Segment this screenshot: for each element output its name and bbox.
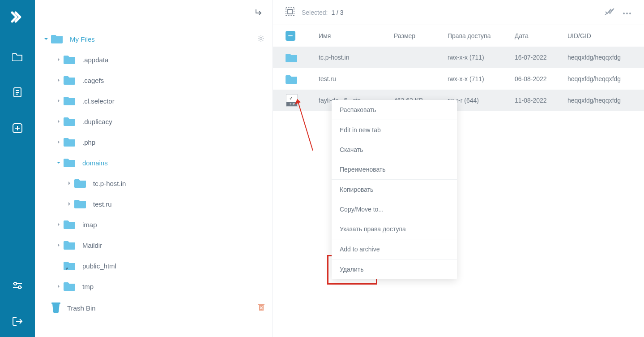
svg-point-10 — [18, 286, 21, 289]
toolbar: Selected: 1 / 3 — [273, 0, 644, 25]
select-all-icon[interactable] — [286, 7, 294, 17]
context-menu-item[interactable]: Add to archive — [332, 239, 457, 259]
context-menu-item[interactable]: Edit in new tab — [332, 120, 457, 140]
chevron-right-icon[interactable] — [55, 99, 62, 103]
selected-count: 1 / 3 — [331, 9, 343, 16]
tree-folder-label: Maildir — [82, 242, 102, 249]
chevron-right-icon[interactable] — [66, 202, 73, 206]
col-header-uid[interactable]: UID/GID — [567, 32, 644, 39]
col-header-name[interactable]: Имя — [319, 32, 394, 39]
chevron-right-icon[interactable] — [55, 140, 62, 144]
chevron-right-icon[interactable] — [66, 181, 73, 186]
folder-icon — [64, 260, 76, 272]
tree-folder[interactable]: test.ru — [40, 194, 267, 214]
context-menu-item[interactable]: Копировать — [332, 180, 457, 199]
folder-icon — [64, 281, 76, 293]
tree-folder[interactable]: .appdata — [40, 49, 267, 70]
folder-icon — [74, 177, 87, 190]
chevron-down-icon[interactable] — [43, 37, 49, 41]
cell-uid: heqqxfdg/heqqxfdg — [567, 54, 644, 61]
app-logo-icon — [10, 10, 25, 26]
context-menu: РаспаковатьEdit in new tabСкачатьПереиме… — [332, 100, 457, 279]
folder-icon — [64, 136, 76, 148]
tree-trash[interactable]: Trash Bin — [40, 298, 267, 318]
table-row[interactable]: test.ru rwx-x-x (711) 06-08-2022 heqqxfd… — [273, 68, 644, 90]
folder-icon — [51, 33, 64, 45]
tree-folder-label: public_html — [82, 262, 116, 270]
chevron-right-icon[interactable] — [55, 284, 62, 289]
nav-document-icon[interactable] — [10, 85, 25, 100]
tree-folder-label: tmp — [82, 283, 94, 290]
cell-date: 11-08-2022 — [515, 97, 567, 104]
tree-folder[interactable]: .cl.selector — [40, 91, 267, 111]
cell-name: tc.p-host.in — [319, 54, 394, 61]
tree-folder[interactable]: .cagefs — [40, 70, 267, 91]
enter-icon[interactable] — [255, 9, 263, 17]
tree-folder[interactable]: tmp — [40, 276, 267, 297]
tree-folder-label: .cagefs — [82, 77, 104, 84]
select-all-checkbox[interactable] — [286, 31, 295, 41]
col-header-size[interactable]: Размер — [394, 32, 448, 39]
col-header-date[interactable]: Дата — [515, 32, 567, 39]
gear-icon[interactable] — [257, 35, 264, 43]
content-panel: Selected: 1 / 3 Имя Размер Права доступа… — [273, 0, 644, 337]
table-row[interactable]: ✓.ZIP fayli-da...5...zip 462.62 KB rw-r-… — [273, 90, 644, 111]
cell-name: test.ru — [319, 75, 394, 82]
tree-folder-label: .appdata — [82, 56, 108, 64]
context-menu-item[interactable]: Указать права доступа — [332, 219, 457, 239]
folder-icon — [64, 219, 76, 231]
context-menu-item[interactable]: Copy/Move to... — [332, 199, 457, 219]
context-menu-item[interactable]: Удалить — [332, 259, 457, 279]
delete-icon[interactable] — [258, 304, 264, 312]
svg-line-41 — [605, 9, 614, 15]
tree-folder[interactable]: tc.p-host.in — [40, 173, 267, 194]
folder-icon — [64, 95, 76, 107]
tree-folder-label: .duplicacy — [82, 118, 112, 125]
folder-icon — [64, 239, 76, 251]
folder-icon — [64, 54, 76, 66]
cell-uid: heqqxfdg/heqqxfdg — [567, 97, 644, 104]
tree-folder[interactable]: public_html — [40, 255, 267, 276]
zip-file-icon: ✓.ZIP — [286, 94, 298, 107]
folder-icon — [286, 51, 298, 64]
nav-files-icon[interactable] — [10, 49, 25, 64]
context-menu-item[interactable]: Скачать — [332, 140, 457, 160]
nav-rail — [0, 0, 35, 337]
tree-folder[interactable]: .php — [40, 132, 267, 152]
tree-folder-label: .cl.selector — [82, 97, 115, 105]
nav-settings-icon[interactable] — [10, 278, 25, 293]
tree-root[interactable]: My Files — [40, 29, 267, 49]
folder-icon — [286, 73, 298, 85]
cell-date: 16-07-2022 — [515, 54, 567, 61]
context-menu-item[interactable]: Переименовать — [332, 160, 457, 179]
tree-folder-label: tc.p-host.in — [93, 180, 126, 187]
nav-logout-icon[interactable] — [10, 314, 25, 329]
table-row[interactable]: tc.p-host.in rwx-x-x (711) 16-07-2022 he… — [273, 47, 644, 68]
chevron-right-icon[interactable] — [55, 78, 62, 82]
chevron-right-icon[interactable] — [55, 243, 62, 247]
tree-folder[interactable]: .duplicacy — [40, 111, 267, 132]
tree-folder[interactable]: domains — [40, 152, 267, 173]
more-icon[interactable] — [623, 9, 631, 16]
tree-header — [35, 0, 273, 25]
table-header: Имя Размер Права доступа Дата UID/GID — [273, 25, 644, 47]
tree-folder-label: .php — [82, 138, 95, 146]
context-menu-item[interactable]: Распаковать — [332, 100, 457, 120]
chevron-right-icon[interactable] — [55, 119, 62, 124]
folder-icon — [64, 116, 76, 128]
chevron-down-icon[interactable] — [55, 160, 62, 165]
chevron-right-icon[interactable] — [55, 57, 62, 62]
tree-folder-label: test.ru — [93, 200, 112, 208]
cell-perm: rw-r-r (644) — [448, 97, 515, 104]
cell-perm: rwx-x-x (711) — [448, 75, 515, 82]
cell-perm: rwx-x-x (711) — [448, 54, 515, 61]
file-table: Имя Размер Права доступа Дата UID/GID tc… — [273, 25, 644, 337]
tree-folder[interactable]: Maildir — [40, 235, 267, 255]
tree-folder[interactable]: imap — [40, 214, 267, 235]
col-header-perm[interactable]: Права доступа — [448, 32, 515, 39]
deselect-icon[interactable] — [605, 8, 614, 17]
tree-folder-label: domains — [82, 159, 108, 167]
svg-point-7 — [14, 282, 17, 285]
chevron-right-icon[interactable] — [55, 222, 62, 227]
nav-add-icon[interactable] — [10, 121, 25, 136]
